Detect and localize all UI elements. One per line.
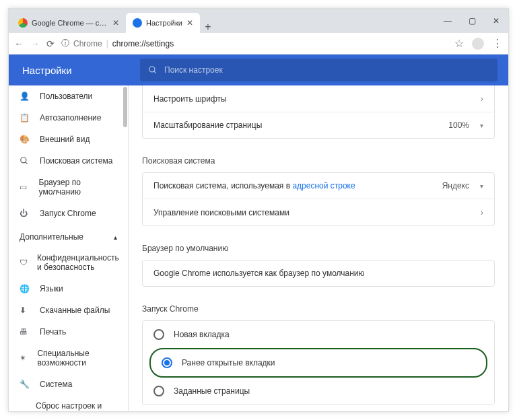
- zoom-select[interactable]: 100% ▾: [396, 120, 483, 130]
- settings-search-input[interactable]: Поиск настроек: [140, 59, 497, 81]
- close-button[interactable]: ✕: [484, 9, 508, 33]
- download-icon: ⬇: [20, 306, 30, 315]
- select-value: Яндекс: [442, 181, 469, 190]
- sidebar-item-downloads[interactable]: ⬇Скачанные файлы: [9, 300, 128, 321]
- window-controls: — ▢ ✕: [436, 9, 508, 33]
- close-icon[interactable]: ✕: [186, 18, 193, 28]
- back-button[interactable]: ←: [14, 38, 24, 49]
- sidebar-item-label: Поисковая система: [40, 156, 112, 166]
- tab-item-active[interactable]: Настройки ✕: [126, 13, 200, 33]
- highlighted-option: Ранее открытые вкладки: [149, 348, 487, 378]
- row-label: Google Chrome используется как браузер п…: [153, 269, 365, 278]
- sidebar: 👤Пользователи 📋Автозаполнение 🎨Внешний в…: [9, 85, 129, 411]
- startup-option-specific[interactable]: Заданные страницы: [143, 378, 494, 405]
- accessibility-icon: ✴: [20, 353, 28, 363]
- sidebar-item-label: Конфиденциальность и безопасность: [37, 253, 119, 272]
- minimize-button[interactable]: —: [436, 9, 460, 33]
- default-browser-row: Google Chrome используется как браузер п…: [143, 260, 494, 286]
- section-title-default-browser: Браузер по умолчанию: [129, 238, 508, 260]
- maximize-button[interactable]: ▢: [460, 9, 484, 33]
- url-path: chrome://settings: [112, 39, 174, 48]
- sidebar-item-label: Автозаполнение: [40, 113, 101, 123]
- radio-label: Заданные страницы: [174, 386, 250, 396]
- startup-option-continue[interactable]: Ранее открытые вкладки: [151, 349, 486, 376]
- sidebar-item-languages[interactable]: 🌐Языки: [9, 278, 128, 300]
- sidebar-item-reset[interactable]: ⟲Сброс настроек и удаление вредоносного …: [9, 395, 128, 411]
- chevron-down-icon: ▾: [480, 122, 483, 129]
- sidebar-item-label: Браузер по умолчанию: [39, 178, 117, 197]
- sidebar-item-print[interactable]: 🖶Печать: [9, 321, 128, 343]
- sidebar-item-label: Сброс настроек и удаление вредоносного П…: [36, 401, 117, 411]
- zoom-row[interactable]: Масштабирование страницы 100% ▾: [143, 112, 494, 138]
- chrome-favicon-icon: [18, 18, 28, 28]
- browser-window: Google Chrome — скачать бесп ✕ Настройки…: [8, 8, 509, 412]
- sidebar-item-label: Печать: [40, 327, 66, 337]
- close-icon[interactable]: ✕: [112, 18, 119, 28]
- section-title-startup: Запуск Chrome: [129, 299, 508, 320]
- chevron-down-icon: ▾: [480, 182, 483, 190]
- sidebar-item-appearance[interactable]: 🎨Внешний вид: [9, 129, 128, 150]
- sidebar-item-autofill[interactable]: 📋Автозаполнение: [9, 107, 128, 129]
- sidebar-item-label: Пользователи: [40, 92, 92, 101]
- search-engine-select[interactable]: Яндекс ▾: [396, 181, 483, 190]
- forward-button[interactable]: →: [30, 38, 40, 49]
- search-icon: [148, 65, 158, 75]
- profile-avatar[interactable]: [472, 38, 484, 50]
- sidebar-item-default-browser[interactable]: ▭Браузер по умолчанию: [9, 172, 128, 203]
- sidebar-item-system[interactable]: 🔧Система: [9, 374, 128, 395]
- radio-label: Новая вкладка: [174, 330, 230, 339]
- new-tab-button[interactable]: +: [200, 21, 216, 33]
- chevron-up-icon: ▴: [114, 234, 117, 241]
- row-label: Масштабирование страницы: [153, 120, 262, 130]
- svg-point-0: [149, 67, 155, 72]
- row-label: Поисковая система, используемая в адресн…: [153, 181, 355, 190]
- main-content: Настроить шрифты › Масштабирование стран…: [129, 85, 508, 411]
- globe-icon: 🌐: [20, 284, 30, 293]
- fonts-row[interactable]: Настроить шрифты ›: [143, 85, 494, 112]
- titlebar: Google Chrome — скачать бесп ✕ Настройки…: [9, 9, 508, 33]
- sidebar-advanced-toggle[interactable]: Дополнительные ▴: [9, 224, 128, 247]
- startup-option-new-tab[interactable]: Новая вкладка: [143, 321, 494, 348]
- chevron-right-icon: ›: [481, 94, 483, 104]
- scrollbar-thumb[interactable]: [123, 87, 127, 127]
- chevron-right-icon: ›: [481, 207, 483, 217]
- sidebar-item-privacy[interactable]: 🛡Конфиденциальность и безопасность: [9, 247, 128, 278]
- tab-title: Настройки: [146, 19, 182, 27]
- manage-engines-row[interactable]: Управление поисковыми системами ›: [143, 199, 494, 225]
- tab-title: Google Chrome — скачать бесп: [32, 19, 108, 27]
- radio-icon-selected[interactable]: [162, 357, 172, 368]
- sidebar-item-users[interactable]: 👤Пользователи: [9, 85, 128, 107]
- star-icon[interactable]: ☆: [454, 37, 464, 50]
- tab-strip: Google Chrome — скачать бесп ✕ Настройки…: [9, 9, 436, 33]
- info-icon: ⓘ: [61, 38, 69, 49]
- sidebar-item-accessibility[interactable]: ✴Специальные возможности: [9, 343, 128, 374]
- settings-favicon-icon: [133, 18, 142, 28]
- radio-label: Ранее открытые вкладки: [182, 358, 275, 368]
- address-bar-link[interactable]: адресной строке: [292, 181, 355, 190]
- search-engine-row[interactable]: Поисковая система, используемая в адресн…: [143, 173, 494, 199]
- row-label: Настроить шрифты: [153, 94, 227, 104]
- radio-icon[interactable]: [153, 386, 164, 396]
- sidebar-item-label: Языки: [40, 284, 63, 293]
- reload-button[interactable]: ⟳: [46, 38, 55, 49]
- tab-item[interactable]: Google Chrome — скачать бесп ✕: [11, 13, 126, 33]
- page-title: Настройки: [9, 65, 140, 76]
- sidebar-item-label: Внешний вид: [40, 135, 90, 144]
- power-icon: ⏻: [20, 209, 30, 218]
- address-bar[interactable]: ⓘ Chrome | chrome://settings: [61, 38, 448, 49]
- row-label: Управление поисковыми системами: [153, 208, 289, 217]
- print-icon: 🖶: [20, 327, 30, 337]
- radio-icon[interactable]: [153, 329, 164, 340]
- url-host: Chrome: [73, 39, 102, 48]
- sidebar-item-search[interactable]: Поисковая система: [9, 150, 128, 172]
- svg-line-3: [26, 162, 28, 164]
- section-title-search: Поисковая система: [129, 151, 508, 172]
- toolbar: ← → ⟳ ⓘ Chrome | chrome://settings ☆ ⋮: [9, 33, 508, 55]
- sidebar-item-label: Запуск Chrome: [40, 209, 96, 218]
- restore-icon: ⟲: [20, 411, 26, 411]
- search-icon: [20, 156, 30, 166]
- clipboard-icon: 📋: [20, 113, 30, 123]
- menu-icon[interactable]: ⋮: [492, 37, 503, 50]
- sidebar-item-startup[interactable]: ⏻Запуск Chrome: [9, 203, 128, 224]
- person-icon: 👤: [20, 92, 30, 101]
